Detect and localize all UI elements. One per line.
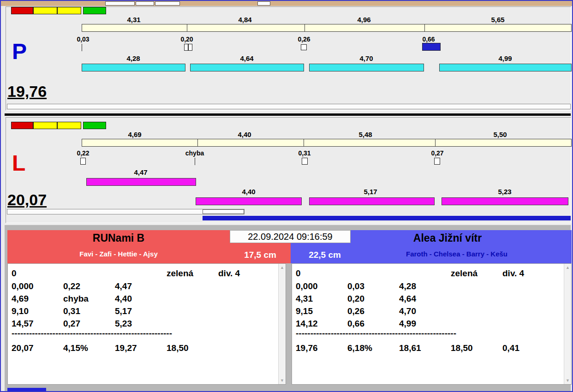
scroll-down-icon[interactable]: ▼ — [279, 377, 286, 384]
segment-divider — [304, 24, 305, 31]
result-totals-row: 19,766,18%18,6118,500,41 — [296, 343, 554, 353]
segment-divider — [424, 24, 425, 31]
change-tick — [195, 158, 195, 165]
lane-p-change-label: 0,26 — [283, 36, 325, 43]
lane-l-run-bar — [86, 178, 196, 186]
lane-l-split-label: 4,69 — [107, 131, 162, 138]
titlebar-strip — [1, 1, 572, 6]
change-time: 0,31 — [63, 306, 115, 316]
lane-p-letter: P — [12, 41, 27, 63]
status-light-yellow — [57, 122, 81, 129]
division-label: div. 4 — [502, 268, 554, 279]
team-right-height: 22,5 cm — [298, 250, 352, 260]
run-time: 5,17 — [115, 306, 167, 316]
status-light-red — [11, 122, 33, 129]
team-right-name: Alea Jižní vítr — [351, 232, 544, 244]
change-time: 0,27 — [63, 319, 115, 329]
lane-l-run-label: 5,17 — [343, 188, 398, 196]
lane-p-run-bar — [309, 64, 424, 71]
lane-l-run-bar — [309, 197, 435, 205]
app-window: 4,31 4,84 4,96 5,65 0,03 0,20 0,26 0,66 … — [0, 0, 573, 392]
split-time: 9,10 — [12, 306, 63, 316]
light-label: zelená — [451, 268, 502, 279]
status-value: 0 — [12, 268, 63, 279]
lane-p-change-label: 0,20 — [166, 36, 208, 43]
result-row: 4,310,204,64 — [296, 294, 451, 304]
timestamp: 22.09.2024 09:16:59 — [230, 230, 351, 243]
lane-p-change-label: 0,03 — [62, 36, 104, 43]
lane-l-split-label: 5,48 — [338, 131, 393, 138]
result-row: 0,0000,224,47 — [12, 281, 167, 291]
run-time: 5,23 — [115, 319, 167, 329]
status-light-red — [11, 7, 33, 14]
lane-l-split-label: 5,50 — [472, 131, 528, 138]
lane-l-run-bar — [442, 197, 568, 205]
segment-divider — [304, 139, 304, 146]
split-time: 4,31 — [296, 294, 347, 304]
status-light-yellow — [57, 7, 81, 14]
result-divider: ----------------------------------------… — [12, 328, 172, 339]
scroll-up-icon[interactable]: ▲ — [279, 264, 286, 271]
lane-l-split-label: 4,40 — [217, 131, 272, 138]
results-panel-right: 0zelenádiv. 4 0,0000,034,28 4,310,204,64… — [292, 263, 572, 385]
segment-divider — [197, 139, 198, 146]
lane-p-run-bar — [82, 64, 185, 71]
lane-p-total: 19,76 — [7, 83, 47, 99]
lane-l-blue-bar — [203, 216, 571, 220]
total-ref: 18,50 — [451, 343, 502, 353]
total-percent: 4,15% — [63, 343, 115, 353]
change-time: 0,03 — [347, 281, 399, 291]
change-time: 0,26 — [347, 306, 399, 316]
change-marker-box — [301, 44, 307, 50]
result-row: 9,100,315,17 — [12, 306, 167, 316]
change-marker-box — [434, 158, 440, 165]
scroll-up-icon[interactable]: ▲ — [564, 264, 571, 271]
split-time: 9,15 — [296, 306, 347, 316]
lane-l-change-label: 0,22 — [62, 149, 104, 157]
lane-p-split-label: 4,96 — [336, 16, 392, 24]
division-label: div. 4 — [218, 268, 270, 279]
lane-l-change-label: 0,27 — [417, 149, 458, 157]
run-time: 4,64 — [399, 294, 451, 304]
run-time: 4,47 — [115, 281, 167, 291]
lane-p-run-label: 4,70 — [339, 54, 394, 62]
result-header-row: 0zelenádiv. 4 — [296, 268, 554, 279]
total-diff: 0,41 — [502, 343, 554, 353]
lane-divider — [5, 113, 571, 116]
lane-l-split-bar — [82, 139, 572, 147]
change-time: 0,22 — [63, 281, 115, 291]
run-time: 4,70 — [399, 306, 451, 316]
status-light-yellow — [33, 122, 57, 129]
result-totals-row: 20,074,15%19,2718,50 — [12, 343, 218, 353]
change-marker-box — [188, 44, 192, 51]
lane-l-run-label: 4,40 — [221, 188, 276, 196]
scrollbar[interactable]: ▲ ▼ — [564, 264, 571, 384]
run-time: 4,99 — [399, 319, 451, 329]
lane-p-split-label: 5,65 — [470, 16, 525, 24]
run-time: 4,40 — [115, 294, 167, 304]
lane-l-total: 20,07 — [7, 192, 47, 208]
lane-p-split-label: 4,84 — [217, 16, 273, 24]
status-value: 0 — [296, 268, 347, 279]
scrollbar[interactable]: ▲ ▼ — [278, 264, 286, 384]
total-net: 19,27 — [115, 343, 167, 353]
lane-p-split-label: 4,31 — [106, 16, 161, 24]
titlebar-fragment — [136, 1, 154, 6]
taskbar-fragment — [7, 388, 46, 392]
total-ref: 18,50 — [167, 343, 218, 353]
lane-l-change-label: 0,31 — [284, 149, 325, 157]
lane-p-run-label: 4,64 — [219, 54, 275, 62]
split-time: 4,69 — [12, 294, 63, 304]
titlebar-fragment — [257, 1, 270, 6]
total-time: 20,07 — [12, 343, 63, 353]
run-time: 4,28 — [399, 281, 451, 291]
status-light-green — [83, 122, 106, 129]
lane-p-change-label: 0,66 — [408, 36, 449, 43]
lane-l-run-bar — [196, 197, 302, 205]
change-time: 0,66 — [347, 319, 399, 329]
results-panel-left: 0zelenádiv. 4 0,0000,224,47 4,69chyba4,4… — [7, 263, 286, 385]
change-marker-box — [302, 158, 308, 165]
scroll-down-icon[interactable]: ▼ — [564, 377, 571, 384]
result-row: 14,570,275,23 — [12, 319, 167, 329]
split-time: 14,57 — [12, 319, 63, 329]
